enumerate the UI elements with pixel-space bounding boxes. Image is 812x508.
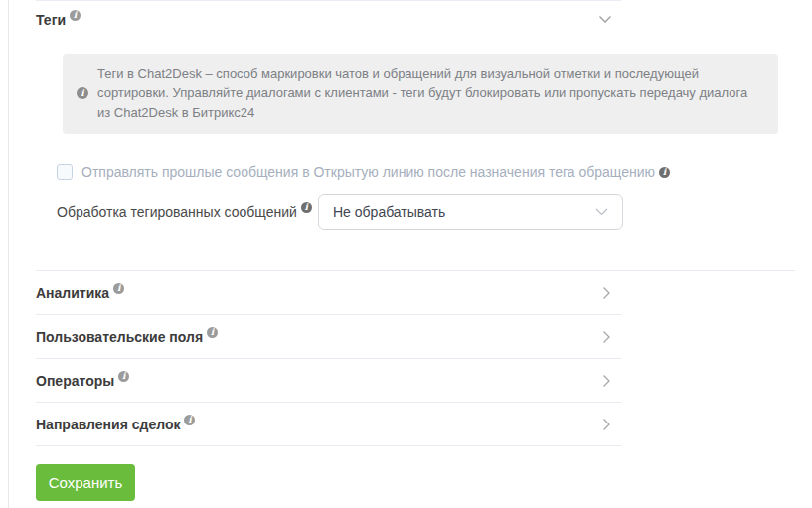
chevron-right-icon — [602, 418, 611, 431]
chevron-right-icon — [602, 286, 611, 300]
chevron-down-icon[interactable] — [598, 15, 612, 24]
tag-processing-selected-value: Не обрабатывать — [333, 204, 595, 220]
info-icon[interactable]: i — [113, 283, 124, 294]
section-header-custom-fields[interactable]: Пользовательские поля i — [36, 315, 621, 359]
tags-info-text: Теги в Chat2Desk – способ маркировки чат… — [97, 64, 761, 123]
send-past-messages-row[interactable]: Отправлять прошлые сообщения в Открытую … — [57, 164, 795, 180]
section-title-operators: Операторы — [36, 373, 114, 389]
section-title-analytics: Аналитика — [36, 285, 109, 301]
info-icon[interactable]: i — [207, 327, 218, 338]
section-title-deal-pipelines: Направления сделок — [36, 417, 180, 432]
send-past-messages-label: Отправлять прошлые сообщения в Открытую … — [81, 164, 655, 180]
info-icon: i — [77, 87, 88, 99]
info-icon[interactable]: i — [70, 10, 81, 21]
section-header-tags[interactable]: Теги i — [36, 0, 621, 46]
section-title-tags: Теги — [36, 12, 66, 28]
panel-left-border — [8, 0, 9, 508]
collapsed-sections-list: Аналитика i Пользовательские поля i Опер… — [36, 270, 795, 446]
section-header-deal-pipelines[interactable]: Направления сделок i — [36, 403, 621, 446]
tags-info-box: i Теги в Chat2Desk – способ маркировки ч… — [63, 54, 778, 134]
section-header-analytics[interactable]: Аналитика i — [36, 271, 621, 315]
chevron-down-icon — [595, 208, 608, 216]
tag-processing-select[interactable]: Не обрабатывать — [318, 194, 623, 230]
chevron-right-icon — [602, 330, 611, 344]
info-icon[interactable]: i — [301, 202, 312, 213]
info-icon[interactable]: i — [659, 167, 670, 178]
tag-processing-label: Обработка тегированных сообщений — [57, 204, 297, 220]
info-icon[interactable]: i — [118, 371, 129, 382]
section-header-operators[interactable]: Операторы i — [36, 359, 621, 403]
save-button[interactable]: Сохранить — [36, 464, 135, 501]
section-title-custom-fields: Пользовательские поля — [36, 329, 203, 345]
send-past-messages-checkbox[interactable] — [57, 164, 73, 180]
info-icon[interactable]: i — [184, 415, 195, 425]
settings-panel: Теги i i Теги в Chat2Desk – способ марки… — [36, 0, 795, 501]
chevron-right-icon — [602, 374, 611, 388]
tag-processing-row: Обработка тегированных сообщений i Не об… — [36, 194, 795, 230]
